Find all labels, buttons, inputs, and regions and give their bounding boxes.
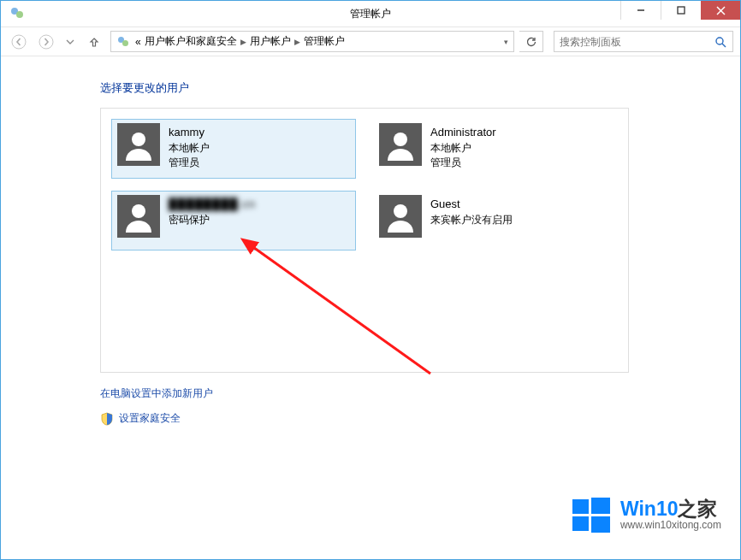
link-label: 设置家庭安全: [119, 411, 181, 426]
watermark-brand: Win10之家: [620, 498, 721, 520]
link-add-user[interactable]: 在电脑设置中添加新用户: [100, 386, 740, 401]
account-name: Guest: [430, 197, 513, 212]
account-role: 管理员: [169, 156, 210, 169]
account-info: Guest 来宾帐户没有启用: [430, 195, 513, 227]
svg-rect-3: [678, 7, 685, 14]
chevron-right-icon[interactable]: ▶: [294, 38, 300, 46]
breadcrumb-item[interactable]: 用户帐户: [250, 34, 291, 49]
address-dropdown-icon[interactable]: ▾: [504, 38, 508, 46]
account-grid: kammy 本地帐户 管理员 Administrator 本地帐户 管理员: [111, 119, 618, 251]
avatar-icon: [379, 195, 422, 238]
avatar-icon: [379, 123, 422, 166]
links: 在电脑设置中添加新用户 设置家庭安全: [100, 386, 740, 426]
account-role: 管理员: [430, 156, 496, 169]
link-family-safety[interactable]: 设置家庭安全: [100, 411, 740, 426]
watermark-url: www.win10xitong.com: [620, 520, 721, 531]
account-info: kammy 本地帐户 管理员: [169, 123, 210, 169]
account-name-masked: ████████.cn: [169, 197, 256, 212]
account-type: 本地帐户: [430, 141, 496, 155]
accounts-box: kammy 本地帐户 管理员 Administrator 本地帐户 管理员: [100, 108, 629, 373]
avatar-icon: [117, 195, 160, 238]
account-type: 本地帐户: [169, 141, 210, 155]
window: 管理帐户: [0, 0, 741, 560]
breadcrumb-item[interactable]: 管理帐户: [304, 34, 345, 49]
account-name: Administrator: [430, 125, 496, 140]
search-button[interactable]: [708, 32, 732, 51]
watermark: Win10之家 www.win10xitong.com: [571, 494, 721, 535]
refresh-button[interactable]: [519, 31, 543, 52]
up-button[interactable]: [83, 31, 105, 53]
app-icon: [9, 6, 25, 21]
titlebar: 管理帐户: [1, 1, 740, 27]
forward-button[interactable]: [35, 31, 57, 53]
account-tile-kammy[interactable]: kammy 本地帐户 管理员: [111, 119, 356, 179]
breadcrumb-item[interactable]: 用户帐户和家庭安全: [145, 34, 237, 49]
account-type: 密码保护: [169, 213, 256, 227]
svg-point-9: [122, 40, 128, 46]
svg-rect-17: [572, 499, 589, 514]
avatar-icon: [117, 123, 160, 166]
svg-point-10: [716, 38, 723, 44]
account-info: ████████.cn 密码保护: [169, 195, 256, 227]
account-tile-guest[interactable]: Guest 来宾帐户没有启用: [373, 191, 618, 251]
watermark-text: Win10之家 www.win10xitong.com: [620, 498, 721, 531]
location-icon: [116, 35, 130, 49]
shield-icon: [100, 412, 114, 426]
link-label: 在电脑设置中添加新用户: [100, 386, 213, 401]
watermark-brand-prefix: Win10: [620, 498, 679, 520]
svg-point-14: [132, 204, 145, 218]
search-input[interactable]: [554, 32, 708, 51]
recent-dropdown-button[interactable]: [62, 31, 78, 53]
account-tile-administrator[interactable]: Administrator 本地帐户 管理员: [373, 119, 618, 179]
svg-point-6: [12, 35, 26, 49]
search-box: [554, 31, 733, 52]
watermark-brand-suffix: 之家: [678, 498, 717, 520]
svg-line-16: [251, 245, 430, 374]
svg-point-1: [16, 11, 23, 18]
minimize-button[interactable]: [620, 1, 661, 20]
annotation-arrow: [238, 237, 460, 391]
svg-point-13: [394, 133, 407, 146]
svg-rect-20: [591, 516, 610, 533]
breadcrumb-lead[interactable]: «: [135, 36, 141, 48]
account-name: kammy: [169, 125, 210, 140]
windows-logo-icon: [571, 494, 612, 535]
maximize-button[interactable]: [661, 1, 701, 20]
svg-rect-18: [591, 498, 610, 514]
address-bar[interactable]: « 用户帐户和家庭安全 ▶ 用户帐户 ▶ 管理帐户 ▾: [110, 31, 514, 52]
close-button[interactable]: [701, 1, 740, 20]
page-heading: 选择要更改的用户: [100, 80, 740, 96]
account-status: 来宾帐户没有启用: [430, 213, 513, 227]
chevron-right-icon[interactable]: ▶: [240, 38, 246, 46]
svg-point-15: [394, 204, 407, 218]
svg-point-12: [132, 133, 145, 146]
content-area: 选择要更改的用户 kammy 本地帐户 管理员: [1, 56, 740, 559]
svg-line-11: [722, 44, 726, 47]
account-info: Administrator 本地帐户 管理员: [430, 123, 496, 169]
account-tile-masked[interactable]: ████████.cn 密码保护: [111, 191, 356, 251]
breadcrumb: « 用户帐户和家庭安全 ▶ 用户帐户 ▶ 管理帐户: [135, 34, 345, 49]
window-controls: [620, 1, 740, 20]
back-button[interactable]: [8, 31, 30, 53]
svg-rect-19: [572, 516, 589, 531]
svg-point-7: [39, 35, 53, 49]
navbar: « 用户帐户和家庭安全 ▶ 用户帐户 ▶ 管理帐户 ▾: [1, 27, 740, 56]
